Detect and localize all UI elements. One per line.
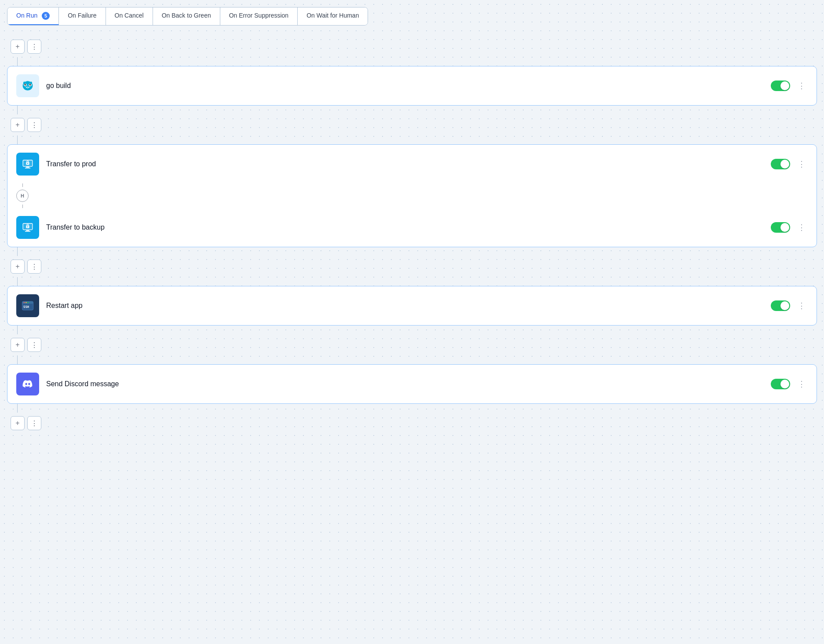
add-step-button-5[interactable]: + bbox=[11, 416, 25, 430]
menu-transfer-backup[interactable]: ⋮ bbox=[795, 221, 808, 234]
toggle-transfer-backup[interactable] bbox=[771, 222, 790, 233]
v-line-8 bbox=[17, 404, 18, 413]
svg-rect-20 bbox=[26, 230, 29, 231]
connector-menu-button-3[interactable]: ⋮ bbox=[27, 260, 41, 274]
svg-point-30 bbox=[28, 302, 29, 303]
transfer-backup-icon bbox=[16, 216, 39, 239]
toggle-transfer-prod[interactable] bbox=[771, 159, 790, 169]
step-label-discord: Send Discord message bbox=[46, 380, 764, 388]
tab-on-back-to-green[interactable]: On Back to Green bbox=[153, 7, 220, 25]
tab-on-failure[interactable]: On Failure bbox=[59, 7, 106, 25]
add-step-button-2[interactable]: + bbox=[11, 118, 25, 132]
menu-discord[interactable]: ⋮ bbox=[795, 378, 808, 390]
connector-menu-button-4[interactable]: ⋮ bbox=[27, 338, 41, 352]
svg-point-29 bbox=[26, 302, 27, 303]
svg-point-10 bbox=[30, 82, 32, 84]
parallel-connector: H bbox=[7, 183, 817, 208]
ssh-icon: SSH bbox=[16, 294, 39, 317]
step-label-restart-app: Restart app bbox=[46, 302, 764, 310]
svg-rect-14 bbox=[26, 166, 29, 168]
add-step-button-3[interactable]: + bbox=[11, 260, 25, 274]
tab-on-wait-for-human[interactable]: On Wait for Human bbox=[298, 7, 368, 25]
step-label-transfer-prod: Transfer to prod bbox=[46, 160, 764, 168]
tabs-bar: On Run 5 On Failure On Cancel On Back to… bbox=[7, 7, 368, 26]
connector-menu-button-2[interactable]: ⋮ bbox=[27, 118, 41, 132]
tab-badge: 5 bbox=[42, 12, 50, 20]
v-line-2 bbox=[17, 106, 18, 114]
connector-bottom: + ⋮ bbox=[11, 413, 817, 434]
v-line-4 bbox=[17, 247, 18, 256]
svg-point-28 bbox=[24, 302, 25, 303]
add-step-button-1[interactable]: + bbox=[11, 40, 25, 54]
svg-point-23 bbox=[27, 227, 28, 227]
step-card-discord: Send Discord message ⋮ bbox=[7, 364, 817, 404]
v-line-3 bbox=[17, 135, 18, 144]
svg-point-11 bbox=[27, 86, 29, 87]
svg-point-8 bbox=[26, 81, 30, 85]
svg-point-7 bbox=[30, 84, 31, 85]
toggle-restart-app[interactable] bbox=[771, 300, 790, 311]
tab-on-cancel[interactable]: On Cancel bbox=[106, 7, 153, 25]
svg-point-34 bbox=[28, 383, 30, 385]
menu-go-build[interactable]: ⋮ bbox=[795, 80, 808, 92]
step-card-go-build: go build ⋮ bbox=[7, 66, 817, 106]
svg-rect-15 bbox=[25, 168, 31, 168]
v-line-7 bbox=[17, 355, 18, 364]
step-label-go-build: go build bbox=[46, 82, 764, 90]
discord-icon bbox=[16, 373, 39, 395]
connector-top: + ⋮ bbox=[11, 36, 817, 57]
h-badge: H bbox=[16, 190, 29, 202]
connector-2: + ⋮ bbox=[11, 114, 817, 135]
connector-menu-button-1[interactable]: ⋮ bbox=[27, 40, 41, 54]
step-card-restart-app: SSH Restart app ⋮ bbox=[7, 286, 817, 326]
toggle-go-build[interactable] bbox=[771, 80, 790, 91]
svg-text:SSH: SSH bbox=[23, 305, 29, 309]
go-icon bbox=[16, 74, 39, 97]
menu-restart-app[interactable]: ⋮ bbox=[795, 300, 808, 312]
v-line-5 bbox=[17, 277, 18, 286]
connector-3: + ⋮ bbox=[11, 256, 817, 277]
svg-point-17 bbox=[27, 163, 28, 164]
transfer-prod-icon bbox=[16, 153, 39, 176]
svg-rect-21 bbox=[25, 231, 31, 232]
connector-4: + ⋮ bbox=[11, 334, 817, 355]
tab-on-run[interactable]: On Run 5 bbox=[7, 7, 59, 25]
toggle-discord[interactable] bbox=[771, 379, 790, 389]
svg-point-9 bbox=[23, 82, 26, 84]
svg-point-6 bbox=[25, 84, 26, 85]
menu-transfer-prod[interactable]: ⋮ bbox=[795, 158, 808, 170]
step-card-transfer-group: Transfer to prod ⋮ H Transfer to bac bbox=[7, 144, 817, 247]
svg-point-33 bbox=[25, 383, 27, 385]
add-step-button-4[interactable]: + bbox=[11, 338, 25, 352]
v-line-6 bbox=[17, 326, 18, 334]
v-line-1 bbox=[17, 57, 18, 66]
tab-on-error-suppression[interactable]: On Error Suppression bbox=[220, 7, 298, 25]
connector-menu-button-5[interactable]: ⋮ bbox=[27, 416, 41, 430]
step-label-transfer-backup: Transfer to backup bbox=[46, 223, 764, 231]
